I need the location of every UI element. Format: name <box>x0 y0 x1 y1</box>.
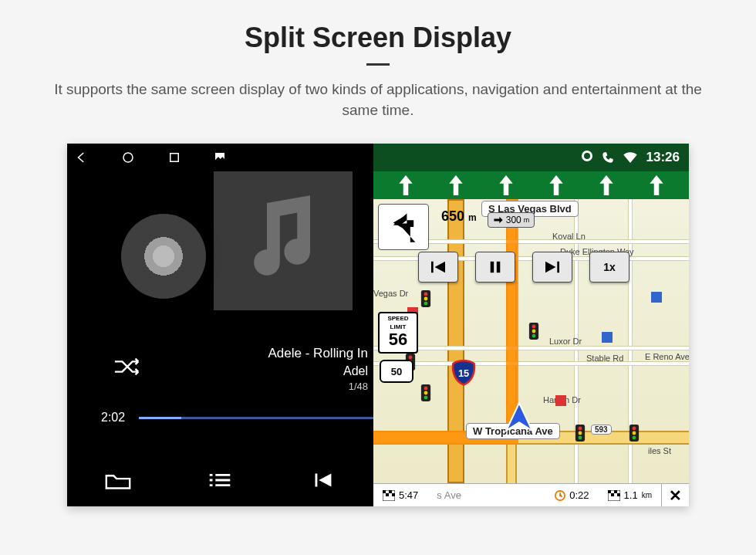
lane-guidance-bar <box>373 171 689 199</box>
svg-rect-42 <box>614 490 617 493</box>
svg-rect-43 <box>611 493 614 496</box>
svg-rect-29 <box>651 292 662 303</box>
svg-point-8 <box>409 356 413 360</box>
media-body: Adele - Rolling In Adel 1/48 2:02 <box>67 171 373 457</box>
track-info: Adele - Rolling In Adel 1/48 <box>167 345 368 393</box>
elapsed-time: 2:02 <box>101 411 125 425</box>
svg-point-17 <box>532 330 536 333</box>
traffic-light-icon <box>628 425 640 442</box>
svg-point-20 <box>579 427 582 431</box>
road <box>373 346 689 350</box>
route-shield: 50 <box>380 360 413 383</box>
svg-point-21 <box>579 431 582 435</box>
page-title: Split Screen Display <box>245 22 511 54</box>
folder-button[interactable] <box>103 469 133 495</box>
exit-label: 593 <box>591 425 612 435</box>
svg-point-4 <box>424 293 428 296</box>
next-waypoint-button[interactable] <box>532 252 572 283</box>
svg-rect-28 <box>602 332 613 343</box>
navigation-app: 13:26 <box>373 144 689 506</box>
svg-rect-41 <box>608 490 611 493</box>
street-label: E Reno Ave <box>645 352 689 361</box>
close-button[interactable]: ✕ <box>661 484 689 506</box>
flag-icon <box>608 490 620 501</box>
device-frame: Adele - Rolling In Adel 1/48 2:02 <box>67 144 689 506</box>
svg-rect-30 <box>555 395 566 406</box>
next-distance-value: 300 <box>506 215 521 225</box>
speed-limit-value: 56 <box>380 330 417 349</box>
traffic-light-icon <box>574 425 586 442</box>
shuffle-button[interactable] <box>113 355 143 381</box>
track-artist: Adel <box>167 363 368 380</box>
speed-toggle-button[interactable]: 1x <box>589 252 629 283</box>
location-icon <box>582 151 592 164</box>
progress-row: 2:02 <box>101 411 373 425</box>
disc-icon <box>121 214 206 299</box>
next-distance-unit: m <box>524 216 530 224</box>
drive-time-value: 0:22 <box>569 489 589 501</box>
media-app: Adele - Rolling In Adel 1/48 2:02 <box>67 144 373 506</box>
page-subtitle: It supports the same screen display of t… <box>39 80 717 120</box>
clock-icon <box>555 490 565 501</box>
distance-value: 650 <box>441 208 464 224</box>
home-icon[interactable] <box>121 151 135 164</box>
svg-point-5 <box>424 297 428 301</box>
progress-bar[interactable] <box>139 417 373 419</box>
traffic-light-icon <box>420 384 432 401</box>
drive-time: 0:22 <box>545 489 598 501</box>
svg-point-12 <box>424 387 428 391</box>
eta: 5:47 <box>373 489 427 501</box>
traffic-light-icon <box>528 323 540 340</box>
svg-point-0 <box>123 153 133 162</box>
media-bottom-bar <box>67 457 373 506</box>
svg-point-14 <box>424 396 428 400</box>
street-label: Luxor Dr <box>549 337 582 346</box>
lane-arrow-icon <box>447 175 464 195</box>
playback-controls: 1x <box>418 252 629 283</box>
lane-arrow-icon <box>498 175 515 195</box>
street-label: Koval Ln <box>552 232 586 241</box>
previous-button[interactable] <box>308 469 337 495</box>
svg-point-6 <box>424 302 428 306</box>
lane-arrow-icon <box>548 175 565 195</box>
svg-rect-32 <box>497 262 501 272</box>
poi-icon <box>602 332 613 343</box>
svg-rect-44 <box>617 493 620 496</box>
svg-point-16 <box>532 325 536 329</box>
image-icon[interactable] <box>214 151 226 164</box>
lane-arrow-icon <box>397 175 414 195</box>
album-art-placeholder <box>214 171 353 310</box>
next-turn: 300m <box>488 212 535 228</box>
pause-button[interactable] <box>475 252 515 283</box>
road <box>373 361 689 366</box>
turn-instruction <box>378 204 429 250</box>
svg-rect-37 <box>386 493 389 496</box>
svg-point-13 <box>424 391 428 395</box>
wifi-icon <box>623 152 637 163</box>
track-index: 1/48 <box>167 380 368 394</box>
speed-limit-sign: SPEED LIMIT 56 <box>378 312 418 354</box>
recents-icon[interactable] <box>167 151 181 164</box>
flag-icon <box>383 490 395 501</box>
android-statusbar: 13:26 <box>373 144 689 171</box>
phone-icon <box>602 151 614 164</box>
svg-rect-35 <box>383 490 386 493</box>
poi-icon <box>651 292 662 303</box>
music-note-icon <box>229 187 337 295</box>
playlist-button[interactable] <box>205 469 235 495</box>
remaining-distance: 1.1 km <box>599 489 661 501</box>
distance-unit: m <box>468 212 477 223</box>
back-icon[interactable] <box>75 151 89 164</box>
title-underline <box>366 63 390 66</box>
street-label: Vegas Dr <box>373 289 408 298</box>
interstate-shield-icon: 15 <box>451 360 477 386</box>
footer-street: s Ave <box>427 489 545 501</box>
svg-rect-36 <box>389 490 392 493</box>
current-position-icon <box>503 401 535 434</box>
nav-footer: 5:47 s Ave 0:22 1.1 km ✕ <box>373 483 689 506</box>
remaining-unit: km <box>642 491 652 499</box>
lane-arrow-icon <box>598 175 615 195</box>
svg-point-26 <box>633 436 636 440</box>
poi-icon <box>555 395 566 406</box>
prev-waypoint-button[interactable] <box>418 252 458 283</box>
